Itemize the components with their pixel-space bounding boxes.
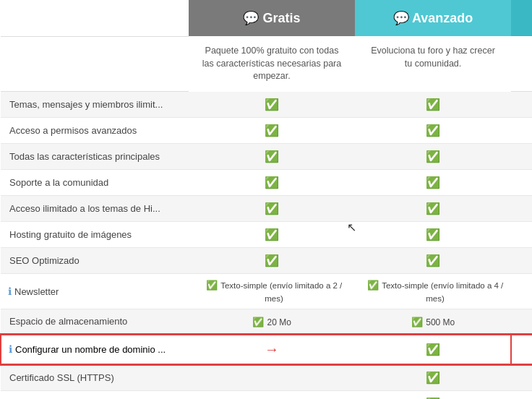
checkmark-icon: ✅ [265, 98, 279, 111]
acquire-domain-row: ℹAdquirir un nombre de dominio p... ✅ [1, 390, 532, 399]
gratis-check: ✅ [189, 195, 355, 221]
storage-avanzado-value: 500 Mo [426, 317, 455, 327]
extra-cell [511, 273, 532, 309]
acquire-avanzado: ✅ [355, 390, 511, 399]
extra-cell [511, 169, 532, 195]
header-row: 💬 Gratis 💬 Avanzado [1, 0, 532, 36]
domain-name: ℹConfigurar un nombre de dominio ... [1, 335, 189, 364]
newsletter-gratis: ✅ Texto-simple (envío limitado a 2 / mes… [189, 273, 355, 309]
extra-cell [511, 221, 532, 247]
acquire-domain-name: ℹAdquirir un nombre de dominio p... [1, 390, 189, 399]
avanzado-check: ✅ [355, 221, 511, 247]
checkmark-icon: ✅ [206, 280, 218, 291]
newsletter-row: ℹNewsletter ✅ Texto-simple (envío limita… [1, 273, 532, 309]
avanzado-label: Avanzado [412, 11, 473, 25]
domain-gratis: → [189, 335, 355, 364]
extra-cell [511, 117, 532, 143]
avanzado-check: ✅ [355, 195, 511, 221]
extra-cell [511, 143, 532, 169]
gratis-check: ✅ [189, 247, 355, 273]
avanzado-check: ✅ [355, 169, 511, 195]
feature-name: Soporte a la comunidad [1, 169, 189, 195]
avanzado-header: 💬 Avanzado [355, 0, 511, 36]
checkmark-icon: ✅ [265, 176, 279, 189]
avanzado-check: ✅ [355, 247, 511, 273]
arrow-icon: → [265, 341, 279, 357]
ssl-avanzado: ✅ [355, 364, 511, 391]
feature-row: Acceso a permisos avanzados ✅ ✅ [1, 117, 532, 143]
checkmark-icon: ✅ [265, 150, 279, 163]
ssl-gratis [189, 364, 355, 391]
extra-cell [511, 92, 532, 118]
feature-row: Acceso ilimitado a los temas de Hi... ✅ … [1, 195, 532, 221]
feature-name: Temas, mensajes y miembros ilimit... [1, 92, 189, 118]
checkmark-icon: ✅ [367, 280, 379, 291]
newsletter-avanzado-text: Texto-simple (envío limitado a 4 / mes) [382, 281, 503, 303]
feature-name: Acceso ilimitado a los temas de Hi... [1, 195, 189, 221]
checkmark-icon: ✅ [426, 124, 440, 137]
pricing-table: 💬 Gratis 💬 Avanzado Paquete 100% gratuit… [0, 0, 532, 399]
checkmark-icon: ✅ [426, 150, 440, 163]
extra-cell [511, 335, 532, 364]
domain-row: ℹConfigurar un nombre de dominio ... → ✅ [1, 335, 532, 364]
checkmark-icon: ✅ [426, 254, 440, 267]
gratis-check: ✅ [189, 221, 355, 247]
acquire-gratis [189, 390, 355, 399]
feature-name: Hosting gratuito de imágenes [1, 221, 189, 247]
gratis-label: Gratis [262, 11, 300, 25]
pricing-container: 💬 Gratis 💬 Avanzado Paquete 100% gratuit… [0, 0, 532, 399]
gratis-check: ✅ [189, 92, 355, 118]
gratis-header: 💬 Gratis [189, 0, 355, 36]
ssl-row: Certificado SSL (HTTPS) ✅ [1, 364, 532, 391]
feature-name: SEO Optimizado [1, 247, 189, 273]
checkmark-icon: ✅ [265, 124, 279, 137]
feature-name: Todas las características principales [1, 143, 189, 169]
feature-row: Temas, mensajes y miembros ilimit... ✅ ✅ [1, 92, 532, 118]
checkmark-icon: ✅ [426, 176, 440, 189]
gratis-subtitle: Paquete 100% gratuito con todas las cara… [189, 36, 355, 92]
checkmark-icon: ✅ [265, 254, 279, 267]
avanzado-check: ✅ [355, 92, 511, 118]
newsletter-name: ℹNewsletter [1, 273, 189, 309]
extra-cell [511, 309, 532, 335]
storage-row: Espacio de almacenamiento ✅ 20 Mo ✅ 500 … [1, 309, 532, 335]
gratis-check: ✅ [189, 143, 355, 169]
avanzado-check: ✅ [355, 143, 511, 169]
checkmark-icon: ✅ [426, 372, 440, 384]
info-icon: ℹ [9, 343, 12, 355]
feature-row: SEO Optimizado ✅ ✅ [1, 247, 532, 273]
domain-avanzado: ✅ [355, 335, 511, 364]
extra-cell [511, 247, 532, 273]
storage-gratis-value: 20 Mo [267, 317, 291, 327]
feature-row: Todas las características principales ✅ … [1, 143, 532, 169]
feature-row: Hosting gratuito de imágenes ✅ ✅ [1, 221, 532, 247]
subtitle-row: Paquete 100% gratuito con todas las cara… [1, 36, 532, 92]
info-icon: ℹ [8, 286, 12, 297]
gratis-icon: 💬 [243, 11, 259, 25]
avanzado-check: ✅ [355, 117, 511, 143]
checkmark-icon: ✅ [265, 202, 279, 215]
checkmark-icon: ✅ [265, 228, 279, 241]
newsletter-avanzado: ✅ Texto-simple (envío limitado a 4 / mes… [355, 273, 511, 309]
checkmark-icon: ✅ [411, 317, 423, 327]
extra-cell [511, 364, 532, 391]
checkmark-icon: ✅ [252, 317, 264, 327]
extra-cell [511, 390, 532, 399]
checkmark-icon: ✅ [426, 98, 440, 111]
feature-row: Soporte a la comunidad ✅ ✅ [1, 169, 532, 195]
storage-avanzado: ✅ 500 Mo [355, 309, 511, 335]
checkmark-icon: ✅ [426, 343, 440, 356]
feature-name: Acceso a permisos avanzados [1, 117, 189, 143]
storage-name: Espacio de almacenamiento [1, 309, 189, 335]
storage-gratis: ✅ 20 Mo [189, 309, 355, 335]
checkmark-icon: ✅ [426, 228, 440, 241]
ssl-name: Certificado SSL (HTTPS) [1, 364, 189, 391]
gratis-check: ✅ [189, 169, 355, 195]
checkmark-icon: ✅ [426, 202, 440, 215]
avanzado-subtitle: Evoluciona tu foro y haz crecer tu comun… [355, 36, 511, 92]
newsletter-gratis-text: Texto-simple (envío limitado a 2 / mes) [220, 281, 342, 303]
extra-cell [511, 195, 532, 221]
avanzado-icon: 💬 [393, 11, 409, 25]
gratis-check: ✅ [189, 117, 355, 143]
